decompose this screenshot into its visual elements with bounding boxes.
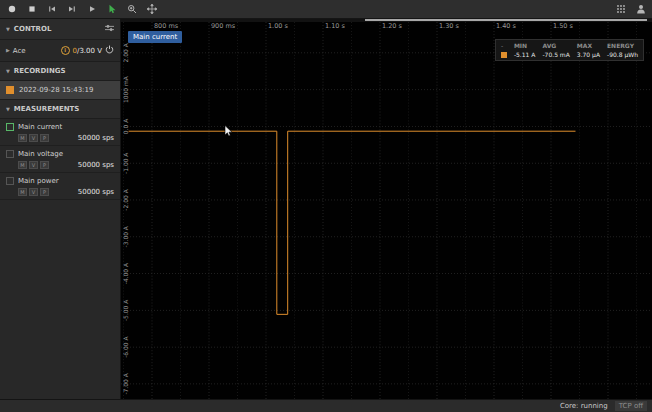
legend-value-min: -5.11 A (514, 51, 536, 58)
y-tick-label: -4.00 A (122, 262, 129, 284)
zoom-tool-icon[interactable] (126, 4, 137, 15)
skip-back-icon[interactable] (46, 4, 57, 15)
legend-header-max: MAX (577, 42, 600, 49)
control-header-label: CONTROL (14, 25, 52, 33)
chart-overview-scrollbar[interactable] (121, 19, 652, 22)
channel-toggle-button[interactable]: P (40, 134, 49, 142)
cursor-tool-icon[interactable] (106, 4, 117, 15)
x-tick-label: 1.50 s (553, 22, 574, 30)
y-tick-label: -3.00 A (122, 225, 129, 247)
y-tick-label: -2.00 A (122, 188, 129, 210)
legend-header-energy: ENERGY (607, 42, 638, 49)
collapse-icon: ▼ (6, 69, 10, 74)
sample-rate: 50000 sps (78, 188, 114, 196)
x-tick-label: 1.30 s (439, 22, 460, 30)
channel-toggle-button[interactable]: V (29, 161, 38, 169)
sample-rate: 50000 sps (78, 161, 114, 169)
tcp-status[interactable]: TCP off (615, 401, 647, 411)
current-plot[interactable]: 800 ms900 ms1.00 s1.10 s1.20 s1.30 s1.40… (121, 19, 652, 399)
y-tick-label: -7.00 A (122, 372, 129, 394)
legend-value-max: 3.70 µA (577, 51, 600, 58)
y-tick-label: -5.00 A (122, 299, 129, 321)
skip-forward-icon[interactable] (66, 4, 77, 15)
toolbar-right-group (615, 4, 646, 15)
channel-toggle-button[interactable]: M (18, 188, 27, 196)
y-tick-label: -6.00 A (122, 336, 129, 358)
core-status: Core: running (560, 402, 608, 410)
channel-toggle-button[interactable]: M (18, 134, 27, 142)
toolbar (0, 0, 652, 19)
y-tick-label: 2.00 A (122, 42, 129, 62)
y-tick-label: 1000 mA (122, 75, 129, 103)
stats-legend: - MIN AVG MAX ENERGY -5.11 A -70.5 mA 3.… (495, 39, 644, 61)
app-window: ▼ CONTROL ▶ Ace i 0/3.00 V (0, 0, 652, 412)
scrollbar-thumb[interactable] (365, 19, 646, 21)
channel-toggle-button[interactable]: P (40, 188, 49, 196)
channel-icon[interactable] (6, 123, 14, 131)
x-tick-label: 900 ms (211, 22, 236, 30)
measurement-item-main-power[interactable]: Main power M V P 50000 sps (0, 173, 120, 200)
info-icon[interactable]: i (61, 46, 70, 55)
user-icon[interactable] (635, 4, 646, 15)
control-section-header[interactable]: ▼ CONTROL (0, 19, 120, 40)
x-tick-label: 800 ms (154, 22, 179, 30)
channel-toggle-button[interactable]: M (18, 161, 27, 169)
device-controls: i 0/3.00 V (61, 45, 114, 56)
measurements-header-label: MEASUREMENTS (14, 105, 80, 113)
stop-icon[interactable] (26, 4, 37, 15)
sample-rate: 50000 sps (78, 134, 114, 142)
legend-marker-header: - (501, 42, 507, 49)
x-tick-label: 1.20 s (382, 22, 403, 30)
collapse-icon: ▼ (6, 27, 10, 32)
measurements-section-header[interactable]: ▼ MEASUREMENTS (0, 100, 120, 119)
recording-label: 2022-09-28 15:43:19 (19, 86, 93, 94)
play-icon[interactable] (86, 4, 97, 15)
legend-value-avg: -70.5 mA (542, 51, 569, 58)
record-icon[interactable] (6, 4, 17, 15)
legend-series-swatch (501, 52, 507, 58)
recording-item[interactable]: 2022-09-28 15:43:19 (0, 81, 120, 100)
channel-icon[interactable] (6, 177, 14, 185)
recording-color-swatch (6, 86, 14, 94)
device-name: Ace (13, 47, 26, 55)
status-bar: Core: running TCP off (0, 399, 652, 412)
channel-toggle-button[interactable]: V (29, 134, 38, 142)
chart-area[interactable]: 800 ms900 ms1.00 s1.10 s1.20 s1.30 s1.40… (121, 19, 652, 399)
x-tick-label: 1.00 s (268, 22, 289, 30)
pan-tool-icon[interactable] (146, 4, 157, 15)
measurement-item-main-current[interactable]: Main current M V P 50000 sps (0, 119, 120, 146)
device-row-ace[interactable]: ▶ Ace i 0/3.00 V (0, 40, 120, 62)
channel-toggle-button[interactable]: V (29, 188, 38, 196)
main-body: ▼ CONTROL ▶ Ace i 0/3.00 V (0, 19, 652, 399)
measurement-label: Main current (18, 123, 62, 131)
x-tick-label: 1.40 s (496, 22, 517, 30)
y-tick-label: -1.00 A (122, 152, 129, 174)
expand-icon[interactable]: ▶ (6, 48, 10, 53)
legend-value-energy: -90.8 µWh (607, 51, 638, 58)
device-voltage: 0/3.00 V (73, 47, 102, 55)
power-icon[interactable] (105, 45, 114, 56)
apps-grid-icon[interactable] (615, 4, 626, 15)
mouse-cursor-icon (224, 125, 233, 137)
recordings-section-header[interactable]: ▼ RECORDINGS (0, 62, 120, 81)
channel-toggle-button[interactable]: P (40, 161, 49, 169)
current-trace (129, 131, 576, 314)
chart-tab-main-current[interactable]: Main current (128, 31, 182, 43)
measurement-label: Main power (18, 177, 59, 185)
measurement-label: Main voltage (18, 150, 63, 158)
x-tick-label: 1.10 s (325, 22, 346, 30)
channel-icon[interactable] (6, 150, 14, 158)
y-tick-label: 0.0 A (122, 118, 129, 134)
measurement-item-main-voltage[interactable]: Main voltage M V P 50000 sps (0, 146, 120, 173)
legend-header-min: MIN (514, 42, 536, 49)
recordings-header-label: RECORDINGS (14, 67, 66, 75)
sidebar: ▼ CONTROL ▶ Ace i 0/3.00 V (0, 19, 121, 399)
collapse-icon: ▼ (6, 107, 10, 112)
voltage-set: /3.00 V (77, 47, 102, 55)
settings-sliders-icon[interactable] (105, 24, 114, 34)
sidebar-empty-area (0, 200, 120, 399)
legend-header-avg: AVG (542, 42, 569, 49)
